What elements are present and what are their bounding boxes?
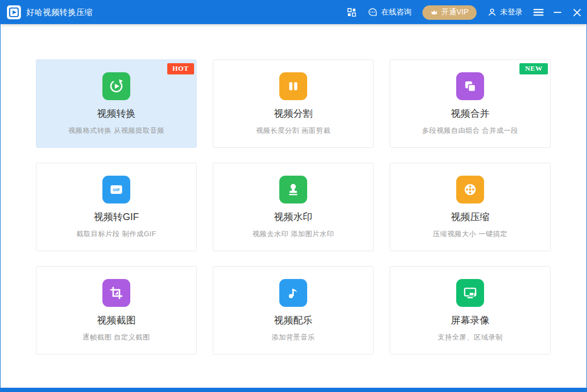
card-subtitle: 支持全屏、区域录制 [437, 333, 503, 342]
card-title: 视频配乐 [274, 314, 313, 327]
titlebar-actions: 在线咨询 开通VIP 未登录 [341, 1, 586, 24]
feature-card-video-split[interactable]: 视频分割 视频长度分割 画面剪裁 [213, 59, 374, 148]
qr-grid-icon [347, 8, 356, 17]
screenshot-crop-icon [102, 279, 130, 307]
vip-crown-icon [430, 9, 438, 16]
login-button[interactable]: 未登录 [482, 1, 529, 24]
card-subtitle: 压缩视频大小 一键搞定 [433, 229, 507, 239]
feature-card-video-convert[interactable]: HOT 视频转换 视频格式转换 从视频提取音频 [36, 59, 197, 148]
card-title: 视频分割 [274, 107, 313, 120]
titlebar: 好哈视频转换压缩 在线咨询 开通VIP 未登录 [1, 1, 586, 24]
vip-button[interactable]: 开通VIP [422, 5, 477, 20]
feature-card-video-music[interactable]: 视频配乐 添加背景音乐 [213, 266, 374, 355]
card-subtitle: 视频格式转换 从视频提取音频 [68, 126, 165, 135]
gif-icon: GIF [102, 176, 130, 203]
app-logo-icon [7, 5, 21, 19]
card-subtitle: 多段视频自由组合 合并成一段 [422, 126, 518, 135]
feature-card-screen-record[interactable]: 屏幕录像 支持全屏、区域录制 [390, 266, 551, 355]
card-title: 视频压缩 [451, 210, 489, 223]
hamburger-icon [533, 9, 544, 16]
qr-grid-button[interactable] [341, 1, 362, 24]
screen-record-icon [456, 279, 484, 307]
feature-card-video-to-gif[interactable]: GIF 视频转GIF 截取目标片段 制作成GIF [36, 163, 197, 251]
svg-text:GIF: GIF [113, 187, 120, 192]
card-subtitle: 截取目标片段 制作成GIF [77, 229, 157, 239]
chat-icon [368, 7, 377, 17]
online-service-label: 在线咨询 [381, 7, 411, 17]
user-icon [488, 8, 496, 17]
bottom-accent-bar [1, 388, 586, 391]
online-service-button[interactable]: 在线咨询 [362, 1, 417, 24]
card-title: 屏幕录像 [451, 314, 489, 327]
card-subtitle: 视频长度分割 画面剪裁 [256, 126, 330, 135]
menu-button[interactable] [529, 1, 548, 24]
card-title: 视频水印 [274, 210, 313, 223]
feature-card-video-merge[interactable]: NEW 视频合并 多段视频自由组合 合并成一段 [390, 59, 551, 148]
brand: 好哈视频转换压缩 [7, 5, 93, 19]
feature-grid: HOT 视频转换 视频格式转换 从视频提取音频 视频分割 视频长度分割 画面剪裁… [36, 59, 586, 355]
minimize-icon [554, 9, 561, 16]
split-icon [279, 72, 307, 100]
close-icon [573, 9, 581, 17]
vip-label: 开通VIP [441, 7, 469, 17]
minimize-button[interactable] [548, 1, 567, 24]
hot-badge: HOT [167, 63, 194, 74]
card-title: 视频合并 [451, 107, 489, 120]
watermark-stamp-icon [279, 176, 307, 203]
convert-icon [102, 72, 130, 100]
close-button[interactable] [567, 1, 586, 24]
feature-card-video-watermark[interactable]: 视频水印 视频去水印 添加图片水印 [213, 163, 374, 251]
card-title: 视频转GIF [94, 210, 139, 223]
feature-card-video-screenshot[interactable]: 视频截图 逐帧截图 自定义截图 [36, 266, 197, 355]
card-subtitle: 视频去水印 添加图片水印 [252, 229, 335, 239]
app-title: 好哈视频转换压缩 [26, 7, 93, 18]
card-title: 视频截图 [97, 314, 136, 327]
new-badge: NEW [519, 63, 548, 74]
card-subtitle: 添加背景音乐 [272, 333, 315, 342]
feature-card-video-compress[interactable]: 视频压缩 压缩视频大小 一键搞定 [390, 163, 551, 251]
card-subtitle: 逐帧截图 自定义截图 [83, 333, 150, 342]
login-label: 未登录 [500, 7, 523, 17]
merge-icon [456, 72, 484, 100]
music-note-icon [279, 279, 307, 307]
compress-reel-icon [456, 176, 484, 203]
card-title: 视频转换 [97, 107, 136, 120]
main-content: HOT 视频转换 视频格式转换 从视频提取音频 视频分割 视频长度分割 画面剪裁… [1, 24, 586, 355]
